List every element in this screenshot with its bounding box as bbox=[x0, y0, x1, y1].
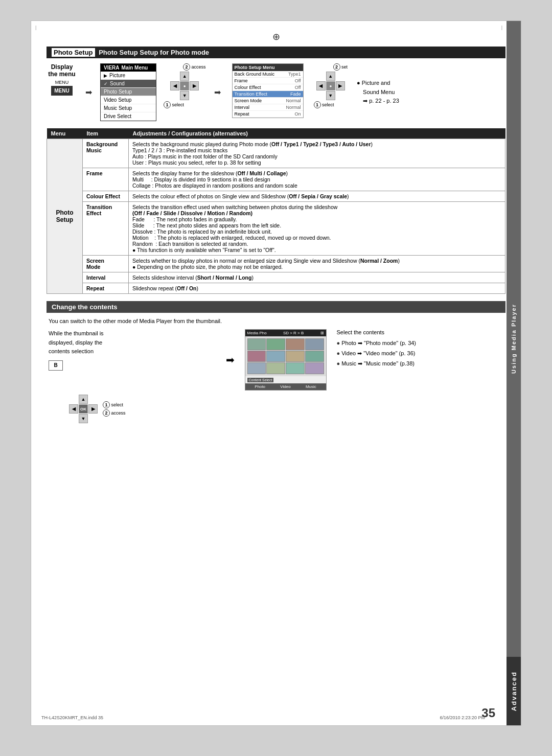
thumb-cell bbox=[305, 338, 324, 350]
dpad-top: ▲ ◀ ● ▶ ▼ bbox=[170, 72, 199, 100]
menu-item-picture[interactable]: ▶ Picture bbox=[101, 72, 156, 80]
dpad3-ok[interactable]: OK bbox=[79, 404, 88, 414]
change-row: While the thumbnail is displayed, displa… bbox=[49, 329, 503, 391]
ps-row-frame: Frame Off bbox=[233, 78, 303, 84]
table-row: TransitionEffect Selects the transition … bbox=[47, 202, 505, 256]
item-repeat: Repeat bbox=[83, 283, 129, 294]
corner-mark-tr: | bbox=[501, 25, 502, 30]
table-row: ScreenMode Selects whether to display ph… bbox=[47, 256, 505, 272]
thumb-cell bbox=[266, 338, 285, 350]
dpad3-down[interactable]: ▼ bbox=[79, 414, 88, 423]
menu-item-drive-select[interactable]: Drive Select bbox=[101, 112, 156, 121]
viera-logo: VIERA bbox=[104, 65, 120, 71]
dpad2-left[interactable]: ◀ bbox=[316, 81, 326, 90]
menu-item-video-setup[interactable]: Video Setup bbox=[101, 96, 156, 104]
dpad3-up[interactable]: ▲ bbox=[79, 395, 88, 404]
thumb-cell bbox=[305, 351, 324, 362]
menu-title: VIERA Main Menu bbox=[101, 64, 156, 72]
bullet-photo: Photo ➡ "Photo mode" (p. 34) bbox=[337, 338, 504, 349]
picture-sound-note: ● Picture and Sound Menu ➡ p. 22 - p. 23 bbox=[357, 79, 399, 106]
select-label-bottom2: 1 select bbox=[103, 401, 126, 409]
table-row: Photo Setup Background Music Selects the… bbox=[47, 139, 505, 168]
item-bg-music: Background Music bbox=[83, 139, 129, 168]
ps-row-repeat: Repeat On bbox=[233, 111, 303, 118]
ps-row-screen: Screen Mode Normal bbox=[233, 98, 303, 104]
select-label: select bbox=[172, 102, 185, 107]
select3-text: select bbox=[111, 402, 124, 407]
display-label-line1: Display bbox=[51, 63, 73, 71]
thumb-header-bar: Media Pho SD > R > B ⊞ bbox=[245, 330, 326, 336]
dpad-center[interactable]: ● bbox=[180, 81, 189, 90]
col-item: Item bbox=[83, 128, 129, 139]
dpad-right[interactable]: ▶ bbox=[190, 81, 199, 90]
dpad-left[interactable]: ◀ bbox=[170, 81, 179, 90]
dpad-with-labels: 2 access ▲ ◀ ● ▶ ▼ 1 select bbox=[164, 63, 206, 108]
change-col2: Select the contents Photo ➡ "Photo mode"… bbox=[337, 329, 504, 369]
dpad2-center[interactable]: ● bbox=[326, 81, 335, 90]
menu-label: MENU bbox=[55, 80, 69, 85]
col-adjustments: Adjustments / Configurations (alternativ… bbox=[129, 128, 505, 139]
menu-button[interactable]: MENU bbox=[51, 86, 72, 96]
thumb-cell bbox=[286, 351, 305, 362]
thumb-grid bbox=[245, 336, 326, 376]
table-row: Repeat Slideshow repeat (Off / On) bbox=[47, 283, 505, 294]
dpad3-left[interactable]: ◀ bbox=[69, 404, 78, 414]
select3-num: 1 bbox=[103, 401, 110, 408]
bullet-video: Video ➡ "Video mode" (p. 36) bbox=[337, 349, 504, 359]
thumb-cell bbox=[266, 351, 285, 362]
table-row: Colour Effect Selects the colour effect … bbox=[47, 191, 505, 202]
select-label-bottom: 1 select bbox=[164, 101, 184, 108]
dpad-up[interactable]: ▲ bbox=[180, 72, 189, 81]
main-menu-label: Main Menu bbox=[122, 65, 148, 71]
ps-row-interval: Interval Normal bbox=[233, 104, 303, 111]
thumb-cell bbox=[286, 338, 305, 350]
bullets-list: Photo ➡ "Photo mode" (p. 34) Video ➡ "Vi… bbox=[337, 338, 504, 369]
col1-line3: contents selection bbox=[49, 347, 216, 356]
access3-text: access bbox=[111, 410, 126, 416]
dpad-bottom: ▲ ◀ OK ▶ ▼ bbox=[69, 395, 98, 423]
bullet-icon: ● bbox=[357, 80, 360, 86]
dpad2-down[interactable]: ▼ bbox=[326, 91, 335, 100]
col1-line1: While the thumbnail is bbox=[49, 329, 216, 338]
select-num-circle: 1 bbox=[164, 101, 171, 108]
sidebar-advanced: Advanced bbox=[508, 667, 520, 715]
bottom-dpad-area: ▲ ◀ OK ▶ ▼ 1 select 2 access bbox=[49, 395, 503, 423]
content-bg-music: Selects the background music played duri… bbox=[129, 139, 505, 168]
arrow-to-photo-setup: ➡ bbox=[214, 87, 221, 97]
access-label-bottom2: 2 access bbox=[103, 409, 126, 417]
dpad-down[interactable]: ▼ bbox=[180, 91, 189, 100]
ps-menu-title: Photo Setup Menu bbox=[233, 64, 303, 71]
select2-num-circle: 1 bbox=[314, 101, 321, 108]
sound-line2: Sound Menu bbox=[363, 88, 399, 97]
change-section-header: Change the contents bbox=[47, 301, 505, 313]
sidebar-top-section: Using Media Player bbox=[507, 21, 521, 657]
ps-row-bgmusic: Back Ground Music Type1 bbox=[233, 71, 303, 78]
select-contents-label: Select the contents bbox=[337, 329, 504, 335]
compass-top-icon: ⊕ bbox=[47, 31, 505, 42]
sidebar-bottom-section: Advanced bbox=[507, 657, 521, 725]
section1-title-text: Photo Setup Setup for Photo mode bbox=[99, 49, 209, 56]
main-table: Menu Item Adjustments / Configurations (… bbox=[47, 128, 505, 294]
dpad-bottom-labels: 1 select 2 access bbox=[103, 401, 126, 417]
set-num-circle: 2 bbox=[333, 63, 340, 71]
set-label: set bbox=[341, 64, 348, 70]
content-frame: Selects the display frame for the slides… bbox=[129, 168, 505, 191]
menu-item-photo-setup[interactable]: Photo Setup bbox=[101, 88, 156, 96]
thumb-cell bbox=[247, 338, 266, 350]
b-button[interactable]: B bbox=[49, 360, 63, 371]
table-row: Frame Selects the display frame for the … bbox=[47, 168, 505, 191]
menu-item-sound[interactable]: ✓ Sound bbox=[101, 80, 156, 88]
dpad2-right[interactable]: ▶ bbox=[336, 81, 345, 90]
menu-item-music-setup[interactable]: Music Setup bbox=[101, 104, 156, 112]
item-interval: Interval bbox=[83, 272, 129, 283]
dpad2-up[interactable]: ▲ bbox=[326, 72, 335, 81]
content-transition: Selects the transition effect used when … bbox=[129, 202, 505, 256]
photo-setup-menu: Photo Setup Menu Back Ground Music Type1… bbox=[232, 63, 304, 118]
access-label-top: 2 access bbox=[183, 63, 206, 71]
thumb-cell bbox=[286, 362, 305, 374]
display-menu-area: Display the menu MENU MENU ➡ VIERA Main … bbox=[47, 63, 505, 121]
dpad3-right[interactable]: ▶ bbox=[88, 404, 98, 414]
change-contents-body: You can switch to the other mode of Medi… bbox=[47, 318, 505, 423]
sidebar-using-media: Using Media Player bbox=[511, 304, 517, 374]
page-footer-left: TH-L42S20KMRT_EN.indd 35 bbox=[41, 715, 103, 720]
